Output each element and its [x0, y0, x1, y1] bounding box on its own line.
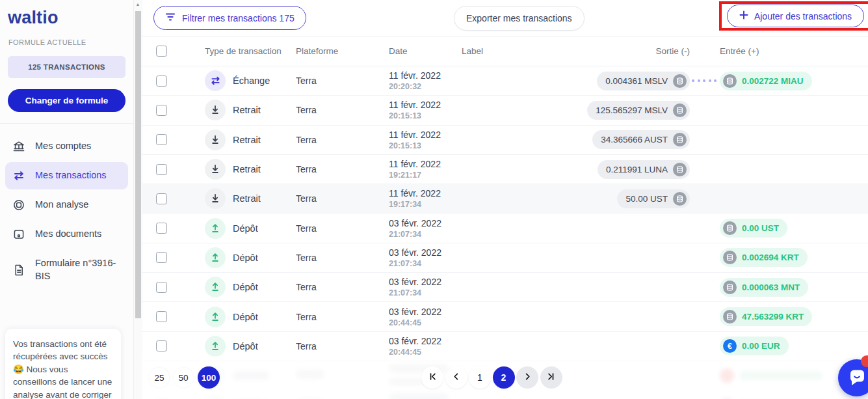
- transaction-type-icon-deposit: [205, 277, 226, 297]
- waltio-logo: waltio: [0, 0, 133, 28]
- exchange-connector-dots: [692, 79, 717, 82]
- next-page-button[interactable]: [516, 366, 538, 389]
- sidebar-item-formulaire-n-3916-bis[interactable]: Formulaire n°3916-BIS: [5, 250, 128, 290]
- table-row[interactable]: RetraitTerra11 févr. 202219:21:170.21199…: [142, 155, 868, 184]
- amount-out-value: 0.004361 MSLV: [605, 76, 668, 86]
- transaction-type-icon-deposit: [205, 218, 226, 239]
- header-in: Entrée (+): [718, 46, 868, 56]
- sidebar-item-mes-comptes[interactable]: Mes comptes: [5, 133, 128, 160]
- page-scrollbar[interactable]: ▲: [133, 0, 142, 399]
- bank-icon: [12, 140, 25, 153]
- export-transactions-button[interactable]: Exporter mes transactions: [454, 6, 585, 31]
- sidebar-item-label: Formulaire n°3916-BIS: [35, 257, 121, 282]
- transaction-type-label: Dépôt: [233, 312, 258, 322]
- page-size-100[interactable]: 100: [198, 366, 220, 389]
- table-row[interactable]: ÉchangeTerra11 févr. 202220:20:320.00436…: [142, 66, 868, 96]
- coin-stack-icon: [673, 163, 687, 176]
- euro-coin-icon: €: [723, 339, 737, 353]
- table-row[interactable]: DépôtTerra03 févr. 202221:07:340.002694 …: [142, 243, 868, 273]
- table-row[interactable]: RetraitTerra11 févr. 202219:17:3450.00 U…: [142, 184, 868, 213]
- page-size-25[interactable]: 25: [150, 368, 169, 387]
- filter-button-label: Filtrer mes transactions 175: [182, 13, 295, 23]
- first-page-icon: [428, 372, 438, 383]
- table-row[interactable]: DépôtTerra03 févr. 202220:44:4547.563299…: [142, 302, 868, 331]
- amount-out-pill: 0.004361 MSLV: [597, 72, 690, 90]
- table-row[interactable]: DépôtTerra03 févr. 202221:07:340.00 UST: [142, 213, 868, 243]
- transaction-type-label: Échange: [233, 76, 270, 86]
- table-row[interactable]: RetraitTerra11 févr. 202220:15:13125.565…: [142, 96, 868, 125]
- change-plan-button[interactable]: Changer de formule: [8, 89, 125, 112]
- sidebar: waltio FORMULE ACTUELLE 125 TRANSACTIONS…: [0, 0, 133, 399]
- transaction-time: 21:07:34: [389, 259, 462, 268]
- filter-transactions-button[interactable]: Filtrer mes transactions 175: [153, 6, 306, 30]
- page-button-1[interactable]: 1: [469, 366, 491, 389]
- amount-in-value: 0.000063 MNT: [742, 282, 800, 292]
- transaction-date: 11 févr. 2022: [389, 188, 462, 199]
- amount-in-value: 0.00 UST: [742, 223, 779, 233]
- row-checkbox[interactable]: [156, 164, 167, 175]
- chat-icon: [846, 366, 868, 391]
- first-page-button[interactable]: [421, 366, 443, 389]
- platform-label: Terra: [296, 76, 317, 86]
- row-checkbox[interactable]: [156, 105, 167, 116]
- header-platform: Plateforme: [296, 46, 389, 56]
- amount-in-value: 0.002722 MIAU: [742, 76, 804, 86]
- scrollbar-thumb[interactable]: [135, 11, 141, 318]
- sidebar-item-label: Mes transactions: [35, 169, 107, 182]
- page-size-50[interactable]: 50: [174, 368, 193, 387]
- platform-label: Terra: [296, 105, 317, 115]
- amount-out-pill: 50.00 UST: [617, 189, 690, 208]
- transaction-type-label: Retrait: [233, 193, 261, 204]
- prev-page-button[interactable]: [445, 366, 467, 389]
- coin-stack-icon: [673, 103, 687, 117]
- row-checkbox[interactable]: [156, 282, 167, 293]
- transaction-time: 20:15:13: [389, 111, 462, 120]
- row-checkbox[interactable]: [156, 193, 167, 204]
- amount-out-value: 125.565297 MSLV: [596, 105, 668, 115]
- table-row[interactable]: RetraitTerra11 févr. 202220:15:1334.3656…: [142, 126, 868, 155]
- sidebar-nav: Mes comptesMes transactionsMon analyseMe…: [0, 124, 133, 290]
- swap-icon: [12, 169, 25, 182]
- transaction-type-icon-withdraw: [205, 100, 226, 120]
- amount-in-value: 0.002694 KRT: [742, 253, 799, 262]
- row-checkbox[interactable]: [156, 134, 167, 145]
- documents-icon: [12, 228, 25, 241]
- amount-in-pill: 0.002694 KRT: [720, 248, 808, 267]
- transaction-type-label: Dépôt: [233, 253, 258, 263]
- row-checkbox[interactable]: [156, 76, 167, 87]
- transaction-time: 20:44:45: [389, 318, 462, 327]
- amount-in-pill: 0.000063 MNT: [720, 278, 808, 297]
- amount-out-value: 0.211991 LUNA: [606, 165, 668, 174]
- page-button-2[interactable]: 2: [493, 366, 515, 389]
- page-nav-group: 12: [421, 366, 562, 389]
- transaction-date: 11 févr. 2022: [389, 70, 462, 81]
- transaction-date: 11 févr. 2022: [389, 100, 462, 110]
- select-all-checkbox[interactable]: [156, 46, 167, 57]
- annotation-highlight-box: Ajouter des transactions: [719, 1, 868, 31]
- transaction-time: 19:17:34: [389, 200, 462, 209]
- filter-funnel-icon: [165, 12, 176, 23]
- row-checkbox[interactable]: [156, 252, 167, 263]
- add-button-label: Ajouter des transactions: [754, 11, 852, 21]
- add-transactions-button[interactable]: Ajouter des transactions: [727, 5, 864, 27]
- row-checkbox[interactable]: [156, 311, 167, 322]
- coin-stack-icon: [673, 192, 687, 206]
- chat-notification-badge: [861, 355, 868, 367]
- sidebar-item-mes-transactions[interactable]: Mes transactions: [5, 162, 128, 189]
- scroll-up-arrow-icon[interactable]: ▲: [134, 2, 142, 7]
- transaction-type-icon-withdraw: [205, 130, 226, 150]
- row-checkbox[interactable]: [156, 340, 167, 351]
- last-page-button[interactable]: [540, 366, 562, 389]
- coin-stack-icon: [723, 74, 737, 88]
- row-checkbox[interactable]: [156, 223, 167, 234]
- transaction-type-label: Retrait: [233, 105, 261, 115]
- sidebar-item-label: Mes comptes: [35, 140, 91, 153]
- coin-stack-icon: [673, 133, 687, 146]
- transaction-type-label: Dépôt: [233, 223, 258, 234]
- sidebar-item-mon-analyse[interactable]: Mon analyse: [5, 191, 128, 219]
- table-row[interactable]: DépôtTerra03 févr. 202221:07:340.000063 …: [142, 273, 868, 302]
- sidebar-item-mes-documents[interactable]: Mes documents: [5, 221, 128, 248]
- sidebar-item-label: Mes documents: [35, 228, 101, 241]
- prev-page-icon: [451, 372, 461, 383]
- platform-label: Terra: [296, 164, 317, 174]
